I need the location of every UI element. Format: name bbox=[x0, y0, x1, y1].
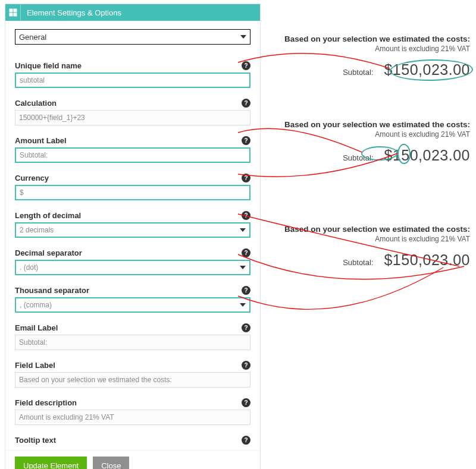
panel-title: Element Settings & Options bbox=[21, 8, 121, 17]
help-icon[interactable]: ? bbox=[242, 361, 250, 370]
preview-sub: Amount is excluding 21% VAT bbox=[274, 45, 470, 53]
label-decimals: Length of decimal bbox=[15, 211, 81, 220]
help-icon[interactable]: ? bbox=[242, 248, 250, 257]
settings-panel: Element Settings & Options General Uniqu… bbox=[5, 4, 261, 469]
section-select[interactable]: General bbox=[15, 29, 250, 45]
preview-card-2: Based on your selection we estimated the… bbox=[274, 120, 470, 164]
input-unique-name[interactable] bbox=[15, 73, 250, 88]
svg-rect-3 bbox=[14, 13, 17, 16]
label-field-label: Field Label bbox=[15, 361, 55, 370]
preview-label: Subtotal: bbox=[343, 258, 373, 267]
preview-amount: $150,023.00 bbox=[384, 147, 470, 164]
label-currency: Currency bbox=[15, 174, 49, 182]
preview-heading: Based on your selection we estimated the… bbox=[274, 34, 470, 43]
select-decimals[interactable]: 2 decimals bbox=[15, 222, 250, 238]
label-dec-sep: Decimal separator bbox=[15, 248, 82, 257]
preview-label: Subtotal: bbox=[343, 153, 373, 162]
input-field-label[interactable] bbox=[15, 372, 250, 388]
preview-card-3: Based on your selection we estimated the… bbox=[274, 225, 470, 269]
preview-sub: Amount is excluding 21% VAT bbox=[274, 235, 470, 243]
help-icon[interactable]: ? bbox=[242, 99, 250, 108]
preview-label: Subtotal: bbox=[343, 68, 373, 77]
preview-sub: Amount is excluding 21% VAT bbox=[274, 130, 470, 139]
input-calculation[interactable] bbox=[15, 110, 250, 125]
help-icon[interactable]: ? bbox=[242, 136, 250, 145]
settings-scroll-area[interactable]: Unique field name ? Calculation ? Amount… bbox=[15, 51, 255, 450]
select-tho-sep[interactable]: , (comma) bbox=[15, 297, 250, 313]
grid-icon bbox=[5, 4, 21, 21]
input-email-label[interactable] bbox=[15, 335, 250, 350]
preview-heading: Based on your selection we estimated the… bbox=[274, 225, 470, 234]
label-unique-name: Unique field name bbox=[15, 61, 82, 70]
svg-rect-0 bbox=[10, 9, 12, 12]
label-email-label: Email Label bbox=[15, 323, 58, 332]
panel-header: Element Settings & Options bbox=[5, 4, 260, 21]
label-calculation: Calculation bbox=[15, 99, 57, 108]
svg-rect-2 bbox=[10, 13, 12, 16]
help-icon[interactable]: ? bbox=[242, 61, 250, 70]
update-button[interactable]: Update Element bbox=[15, 457, 87, 469]
input-field-desc[interactable] bbox=[15, 410, 250, 425]
close-button[interactable]: Close bbox=[93, 457, 129, 469]
select-dec-sep[interactable]: . (dot) bbox=[15, 260, 250, 275]
label-tooltip: Tooltip text bbox=[15, 436, 56, 445]
preview-amount: $150,023.00 bbox=[384, 61, 470, 78]
svg-rect-1 bbox=[14, 9, 17, 12]
help-icon[interactable]: ? bbox=[242, 323, 250, 332]
help-icon[interactable]: ? bbox=[242, 398, 250, 407]
preview-amount: $150,023.00 bbox=[384, 251, 470, 269]
help-icon[interactable]: ? bbox=[242, 286, 250, 295]
help-icon[interactable]: ? bbox=[242, 211, 250, 220]
label-field-desc: Field description bbox=[15, 398, 77, 407]
help-icon[interactable]: ? bbox=[242, 174, 250, 182]
help-icon[interactable]: ? bbox=[242, 436, 250, 445]
input-amount-label[interactable] bbox=[15, 147, 250, 163]
preview-card-1: Based on your selection we estimated the… bbox=[274, 34, 470, 78]
preview-heading: Based on your selection we estimated the… bbox=[274, 120, 470, 129]
input-currency[interactable] bbox=[15, 185, 250, 200]
label-tho-sep: Thousand separator bbox=[15, 286, 89, 295]
label-amount-label: Amount Label bbox=[15, 136, 67, 145]
